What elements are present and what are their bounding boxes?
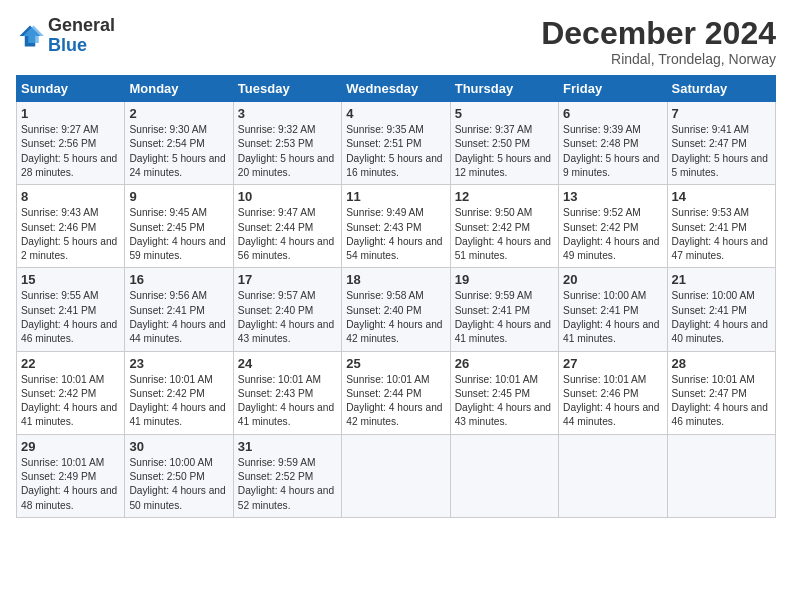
day-info: Sunrise: 10:01 AMSunset: 2:42 PMDaylight… bbox=[129, 373, 228, 430]
calendar-cell: 17Sunrise: 9:57 AMSunset: 2:40 PMDayligh… bbox=[233, 268, 341, 351]
calendar-table: Sunday Monday Tuesday Wednesday Thursday… bbox=[16, 75, 776, 518]
col-monday: Monday bbox=[125, 76, 233, 102]
day-info: Sunrise: 9:56 AMSunset: 2:41 PMDaylight:… bbox=[129, 289, 228, 346]
day-info: Sunrise: 9:47 AMSunset: 2:44 PMDaylight:… bbox=[238, 206, 337, 263]
day-info: Sunrise: 9:53 AMSunset: 2:41 PMDaylight:… bbox=[672, 206, 771, 263]
calendar-week-3: 15Sunrise: 9:55 AMSunset: 2:41 PMDayligh… bbox=[17, 268, 776, 351]
calendar-cell: 23Sunrise: 10:01 AMSunset: 2:42 PMDaylig… bbox=[125, 351, 233, 434]
day-number: 2 bbox=[129, 106, 228, 121]
subtitle: Rindal, Trondelag, Norway bbox=[541, 51, 776, 67]
day-info: Sunrise: 10:00 AMSunset: 2:41 PMDaylight… bbox=[672, 289, 771, 346]
calendar-cell bbox=[667, 434, 775, 517]
calendar-cell: 2Sunrise: 9:30 AMSunset: 2:54 PMDaylight… bbox=[125, 102, 233, 185]
calendar-cell: 24Sunrise: 10:01 AMSunset: 2:43 PMDaylig… bbox=[233, 351, 341, 434]
calendar-cell: 21Sunrise: 10:00 AMSunset: 2:41 PMDaylig… bbox=[667, 268, 775, 351]
day-number: 30 bbox=[129, 439, 228, 454]
day-info: Sunrise: 9:43 AMSunset: 2:46 PMDaylight:… bbox=[21, 206, 120, 263]
col-sunday: Sunday bbox=[17, 76, 125, 102]
day-number: 7 bbox=[672, 106, 771, 121]
calendar-cell: 14Sunrise: 9:53 AMSunset: 2:41 PMDayligh… bbox=[667, 185, 775, 268]
day-info: Sunrise: 9:58 AMSunset: 2:40 PMDaylight:… bbox=[346, 289, 445, 346]
calendar-week-2: 8Sunrise: 9:43 AMSunset: 2:46 PMDaylight… bbox=[17, 185, 776, 268]
day-number: 11 bbox=[346, 189, 445, 204]
day-number: 22 bbox=[21, 356, 120, 371]
day-info: Sunrise: 9:30 AMSunset: 2:54 PMDaylight:… bbox=[129, 123, 228, 180]
col-friday: Friday bbox=[559, 76, 667, 102]
day-number: 13 bbox=[563, 189, 662, 204]
calendar-cell: 19Sunrise: 9:59 AMSunset: 2:41 PMDayligh… bbox=[450, 268, 558, 351]
calendar-cell: 6Sunrise: 9:39 AMSunset: 2:48 PMDaylight… bbox=[559, 102, 667, 185]
header: General Blue December 2024 Rindal, Trond… bbox=[16, 16, 776, 67]
calendar-cell: 10Sunrise: 9:47 AMSunset: 2:44 PMDayligh… bbox=[233, 185, 341, 268]
calendar-cell: 8Sunrise: 9:43 AMSunset: 2:46 PMDaylight… bbox=[17, 185, 125, 268]
day-info: Sunrise: 9:41 AMSunset: 2:47 PMDaylight:… bbox=[672, 123, 771, 180]
day-number: 1 bbox=[21, 106, 120, 121]
calendar-cell: 29Sunrise: 10:01 AMSunset: 2:49 PMDaylig… bbox=[17, 434, 125, 517]
day-number: 17 bbox=[238, 272, 337, 287]
day-number: 23 bbox=[129, 356, 228, 371]
calendar-cell: 7Sunrise: 9:41 AMSunset: 2:47 PMDaylight… bbox=[667, 102, 775, 185]
day-number: 20 bbox=[563, 272, 662, 287]
calendar-cell: 16Sunrise: 9:56 AMSunset: 2:41 PMDayligh… bbox=[125, 268, 233, 351]
calendar-cell: 22Sunrise: 10:01 AMSunset: 2:42 PMDaylig… bbox=[17, 351, 125, 434]
calendar-cell: 9Sunrise: 9:45 AMSunset: 2:45 PMDaylight… bbox=[125, 185, 233, 268]
day-info: Sunrise: 9:37 AMSunset: 2:50 PMDaylight:… bbox=[455, 123, 554, 180]
logo: General Blue bbox=[16, 16, 115, 56]
calendar-cell: 12Sunrise: 9:50 AMSunset: 2:42 PMDayligh… bbox=[450, 185, 558, 268]
calendar-cell bbox=[450, 434, 558, 517]
day-number: 18 bbox=[346, 272, 445, 287]
day-number: 21 bbox=[672, 272, 771, 287]
day-number: 15 bbox=[21, 272, 120, 287]
day-number: 6 bbox=[563, 106, 662, 121]
day-number: 28 bbox=[672, 356, 771, 371]
day-number: 5 bbox=[455, 106, 554, 121]
day-info: Sunrise: 10:01 AMSunset: 2:43 PMDaylight… bbox=[238, 373, 337, 430]
calendar-cell: 4Sunrise: 9:35 AMSunset: 2:51 PMDaylight… bbox=[342, 102, 450, 185]
day-number: 25 bbox=[346, 356, 445, 371]
page-container: General Blue December 2024 Rindal, Trond… bbox=[0, 0, 792, 528]
logo-icon bbox=[16, 22, 44, 50]
col-tuesday: Tuesday bbox=[233, 76, 341, 102]
day-info: Sunrise: 9:32 AMSunset: 2:53 PMDaylight:… bbox=[238, 123, 337, 180]
calendar-cell: 13Sunrise: 9:52 AMSunset: 2:42 PMDayligh… bbox=[559, 185, 667, 268]
day-number: 9 bbox=[129, 189, 228, 204]
day-number: 19 bbox=[455, 272, 554, 287]
header-row: Sunday Monday Tuesday Wednesday Thursday… bbox=[17, 76, 776, 102]
day-info: Sunrise: 9:39 AMSunset: 2:48 PMDaylight:… bbox=[563, 123, 662, 180]
calendar-cell: 27Sunrise: 10:01 AMSunset: 2:46 PMDaylig… bbox=[559, 351, 667, 434]
calendar-cell: 1Sunrise: 9:27 AMSunset: 2:56 PMDaylight… bbox=[17, 102, 125, 185]
calendar-week-5: 29Sunrise: 10:01 AMSunset: 2:49 PMDaylig… bbox=[17, 434, 776, 517]
day-number: 26 bbox=[455, 356, 554, 371]
day-info: Sunrise: 10:01 AMSunset: 2:46 PMDaylight… bbox=[563, 373, 662, 430]
day-info: Sunrise: 9:50 AMSunset: 2:42 PMDaylight:… bbox=[455, 206, 554, 263]
day-number: 4 bbox=[346, 106, 445, 121]
day-info: Sunrise: 10:01 AMSunset: 2:44 PMDaylight… bbox=[346, 373, 445, 430]
day-info: Sunrise: 9:55 AMSunset: 2:41 PMDaylight:… bbox=[21, 289, 120, 346]
calendar-cell: 15Sunrise: 9:55 AMSunset: 2:41 PMDayligh… bbox=[17, 268, 125, 351]
day-info: Sunrise: 9:35 AMSunset: 2:51 PMDaylight:… bbox=[346, 123, 445, 180]
calendar-cell: 20Sunrise: 10:00 AMSunset: 2:41 PMDaylig… bbox=[559, 268, 667, 351]
calendar-cell bbox=[342, 434, 450, 517]
day-info: Sunrise: 10:01 AMSunset: 2:42 PMDaylight… bbox=[21, 373, 120, 430]
day-info: Sunrise: 9:45 AMSunset: 2:45 PMDaylight:… bbox=[129, 206, 228, 263]
day-info: Sunrise: 10:01 AMSunset: 2:49 PMDaylight… bbox=[21, 456, 120, 513]
day-number: 16 bbox=[129, 272, 228, 287]
calendar-cell: 28Sunrise: 10:01 AMSunset: 2:47 PMDaylig… bbox=[667, 351, 775, 434]
title-block: December 2024 Rindal, Trondelag, Norway bbox=[541, 16, 776, 67]
calendar-cell: 11Sunrise: 9:49 AMSunset: 2:43 PMDayligh… bbox=[342, 185, 450, 268]
day-number: 10 bbox=[238, 189, 337, 204]
day-info: Sunrise: 9:49 AMSunset: 2:43 PMDaylight:… bbox=[346, 206, 445, 263]
calendar-cell: 18Sunrise: 9:58 AMSunset: 2:40 PMDayligh… bbox=[342, 268, 450, 351]
calendar-cell: 26Sunrise: 10:01 AMSunset: 2:45 PMDaylig… bbox=[450, 351, 558, 434]
day-info: Sunrise: 10:01 AMSunset: 2:47 PMDaylight… bbox=[672, 373, 771, 430]
calendar-cell: 3Sunrise: 9:32 AMSunset: 2:53 PMDaylight… bbox=[233, 102, 341, 185]
day-number: 14 bbox=[672, 189, 771, 204]
day-info: Sunrise: 9:57 AMSunset: 2:40 PMDaylight:… bbox=[238, 289, 337, 346]
day-number: 12 bbox=[455, 189, 554, 204]
day-info: Sunrise: 10:01 AMSunset: 2:45 PMDaylight… bbox=[455, 373, 554, 430]
day-number: 24 bbox=[238, 356, 337, 371]
calendar-week-1: 1Sunrise: 9:27 AMSunset: 2:56 PMDaylight… bbox=[17, 102, 776, 185]
day-info: Sunrise: 10:00 AMSunset: 2:41 PMDaylight… bbox=[563, 289, 662, 346]
day-number: 29 bbox=[21, 439, 120, 454]
col-thursday: Thursday bbox=[450, 76, 558, 102]
